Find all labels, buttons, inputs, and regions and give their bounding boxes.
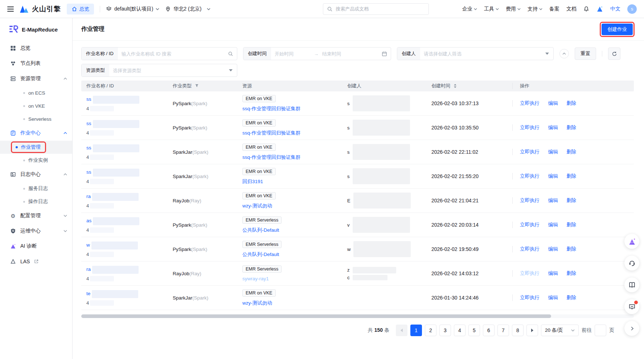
start-time-input[interactable] [271, 51, 314, 57]
page-button-7[interactable]: 7 [497, 325, 509, 336]
page-button-3[interactable]: 3 [439, 325, 451, 336]
user-avatar[interactable]: s [627, 4, 637, 14]
run-now-link[interactable]: 立即执行 [520, 295, 540, 300]
page-button-4[interactable]: 4 [454, 325, 465, 336]
delete-link[interactable]: 删除 [566, 222, 576, 227]
ai-assistant-float-button[interactable] [624, 234, 639, 249]
sidebar-item-node-list[interactable]: 节点列表 [0, 56, 72, 71]
page-button-8[interactable]: 8 [512, 325, 524, 336]
calendar-icon[interactable] [382, 51, 387, 57]
edit-link[interactable]: 编辑 [548, 173, 558, 179]
edit-link[interactable]: 编辑 [548, 100, 558, 106]
create-job-button[interactable]: 创建作业 [602, 24, 633, 35]
sidebar-item-service-log[interactable]: 服务日志 [0, 182, 72, 195]
edit-link[interactable]: 编辑 [548, 295, 558, 300]
refresh-button[interactable] [608, 48, 620, 60]
hamburger-menu-icon[interactable] [7, 7, 14, 12]
edit-link[interactable]: 编辑 [548, 222, 558, 227]
nav-enterprise[interactable]: 企业 [462, 6, 477, 12]
job-name-link[interactable]: as [86, 218, 91, 223]
resource-link[interactable]: sywray-ray1 [242, 276, 342, 281]
delete-link[interactable]: 删除 [566, 125, 576, 130]
ai-assistant-icon[interactable] [596, 6, 603, 12]
horizontal-scrollbar-track[interactable] [81, 314, 634, 318]
resource-link[interactable]: ssq-作业管理回归验证集群 [242, 154, 342, 161]
support-float-button[interactable] [624, 256, 639, 271]
resource-link[interactable]: ssq-作业管理回归验证集群 [242, 106, 342, 112]
sidebar-item-serverless[interactable]: Serverless [0, 112, 72, 125]
job-name-link[interactable]: ss [86, 96, 91, 102]
sidebar-item-on-ecs[interactable]: on ECS [0, 86, 72, 99]
delete-link[interactable]: 删除 [566, 246, 576, 252]
sidebar-item-ai-diagnosis[interactable]: AI 诊断 [0, 239, 72, 254]
sidebar-item-job-instance[interactable]: 作业实例 [0, 154, 72, 167]
goto-page-input[interactable] [595, 325, 606, 336]
edit-link[interactable]: 编辑 [548, 149, 558, 154]
sidebar-item-job-mgmt[interactable]: 作业管理 [0, 141, 72, 154]
global-search[interactable] [323, 3, 429, 15]
horizontal-scrollbar-thumb[interactable] [81, 314, 551, 318]
nav-support[interactable]: 支持 [528, 6, 542, 12]
select-caret-icon[interactable] [229, 69, 233, 71]
resource-link[interactable]: 回归3191 [242, 178, 342, 185]
page-button-2[interactable]: 2 [425, 325, 436, 336]
delete-link[interactable]: 删除 [566, 173, 576, 179]
global-search-input[interactable] [336, 6, 425, 12]
console-overview-badge[interactable]: 总览 [67, 4, 94, 15]
nav-tools[interactable]: 工具 [484, 6, 499, 12]
run-now-link[interactable]: 立即执行 [520, 100, 540, 106]
nav-icp[interactable]: 备案 [549, 6, 559, 12]
delete-link[interactable]: 删除 [566, 100, 576, 106]
project-selector[interactable]: default(默认项目) [106, 6, 159, 12]
run-now-link[interactable]: 立即执行 [520, 173, 540, 179]
edit-link[interactable]: 编辑 [548, 198, 558, 203]
edit-link[interactable]: 编辑 [548, 271, 558, 276]
select-caret-icon[interactable] [545, 53, 549, 55]
run-now-link[interactable]: 立即执行 [520, 246, 540, 252]
resource-link[interactable]: wzy-测试勿动 [242, 300, 342, 306]
collapse-filters-button[interactable] [559, 49, 569, 58]
sidebar-item-operation-log[interactable]: 操作日志 [0, 195, 72, 208]
edit-link[interactable]: 编辑 [548, 246, 558, 252]
sidebar-item-config-mgmt[interactable]: ⚙ 配置管理 [0, 208, 72, 223]
sort-icon[interactable] [454, 84, 457, 88]
end-time-input[interactable] [319, 51, 382, 57]
sidebar-item-ops-center[interactable]: 运维中心 [0, 223, 72, 239]
delete-link[interactable]: 删除 [566, 198, 576, 203]
sidebar-item-las[interactable]: LAS [0, 254, 72, 269]
job-name-search-input[interactable] [118, 51, 228, 57]
creator-select-input[interactable] [420, 51, 545, 57]
page-size-select[interactable]: 20 条/页 [541, 325, 579, 336]
job-name-link[interactable]: ra [86, 194, 91, 199]
job-name-link[interactable]: ss [86, 145, 91, 150]
resource-type-select-input[interactable] [109, 68, 229, 73]
run-now-link[interactable]: 立即执行 [520, 222, 540, 227]
page-button-1[interactable]: 1 [410, 325, 422, 336]
run-now-link[interactable]: 立即执行 [520, 198, 540, 203]
prev-page-button[interactable] [396, 325, 407, 336]
page-button-5[interactable]: 5 [468, 325, 480, 336]
job-name-link[interactable]: ss [86, 169, 91, 175]
bell-icon[interactable] [583, 6, 589, 12]
page-button-6[interactable]: 6 [483, 325, 495, 336]
sidebar-item-resource-mgmt[interactable]: 资源管理 [0, 71, 72, 86]
sidebar-item-log-center[interactable]: 日志中心 [0, 167, 72, 182]
resource-link[interactable]: wzy-测试勿动 [242, 203, 342, 209]
nav-billing[interactable]: 费用 [506, 6, 521, 12]
sidebar-item-on-vke[interactable]: on VKE [0, 99, 72, 112]
job-name-link[interactable]: ra [86, 267, 91, 272]
delete-link[interactable]: 删除 [566, 295, 576, 300]
run-now-link[interactable]: 立即执行 [520, 271, 540, 276]
sidebar-item-overview[interactable]: 总览 [0, 41, 72, 56]
region-selector[interactable]: 华北2 (北京) [165, 6, 210, 12]
nav-docs[interactable]: 文档 [566, 6, 577, 12]
edit-link[interactable]: 编辑 [548, 125, 558, 130]
feedback-float-button[interactable] [624, 299, 639, 314]
job-name-link[interactable]: te [86, 291, 90, 296]
volcano-engine-logo[interactable]: 火山引擎 [20, 4, 61, 14]
run-now-link[interactable]: 立即执行 [520, 149, 540, 154]
job-name-link[interactable]: w [86, 242, 90, 248]
run-now-link[interactable]: 立即执行 [520, 125, 540, 130]
resource-link[interactable]: 公共队列-Default [242, 251, 342, 258]
next-page-button[interactable] [526, 325, 538, 336]
